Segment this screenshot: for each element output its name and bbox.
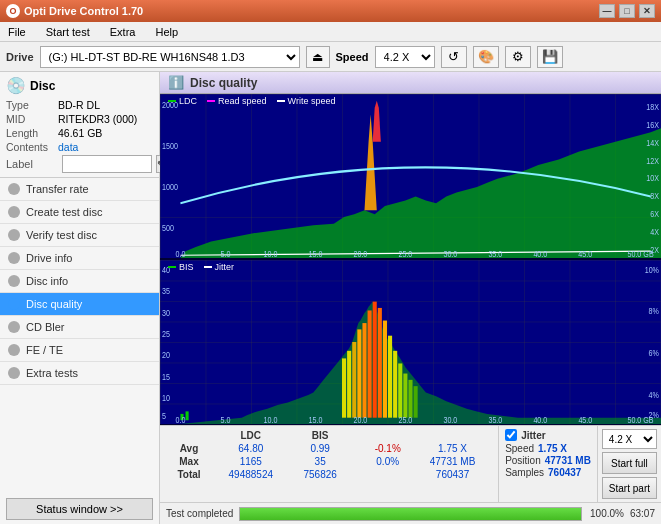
drive-select[interactable]: (G:) HL-DT-ST BD-RE WH16NS48 1.D3 <box>40 46 300 68</box>
jitter-checkbox[interactable] <box>505 429 517 441</box>
svg-rect-37 <box>362 323 366 418</box>
sidebar-label-disc-info: Disc info <box>26 275 68 287</box>
svg-rect-39 <box>373 302 377 418</box>
stats-table: LDC BIS Avg 64.80 0.99 <box>160 426 498 502</box>
svg-text:25: 25 <box>162 329 170 339</box>
svg-rect-38 <box>368 310 372 417</box>
svg-text:14X: 14X <box>646 137 659 148</box>
svg-text:45.0: 45.0 <box>578 415 592 424</box>
theme-button[interactable]: 🎨 <box>473 46 499 68</box>
eject-button[interactable]: ⏏ <box>306 46 330 68</box>
bottom-controls: LDC BIS Avg 64.80 0.99 <box>160 425 661 502</box>
stats-avg-ldc: 64.80 <box>212 442 290 455</box>
stats-avg-jitter: -0.1% <box>363 442 413 455</box>
status-text: Test completed <box>166 508 233 519</box>
charts-area: LDC Read speed Write speed <box>160 94 661 425</box>
svg-text:20.0: 20.0 <box>353 415 367 424</box>
svg-text:10.0: 10.0 <box>263 415 277 424</box>
menu-help[interactable]: Help <box>151 24 182 40</box>
chart1-container: LDC Read speed Write speed <box>160 94 661 260</box>
status-window-button[interactable]: Status window >> <box>6 498 153 520</box>
disc-icon: 💿 <box>6 76 26 95</box>
col-header-bis: BIS <box>290 429 351 442</box>
stats-avg-bis: 0.99 <box>290 442 351 455</box>
svg-text:50.0 GB: 50.0 GB <box>627 415 653 424</box>
svg-text:5.0: 5.0 <box>220 248 230 258</box>
type-value: BD-R DL <box>58 99 100 111</box>
svg-rect-40 <box>378 308 382 418</box>
svg-text:10: 10 <box>162 394 170 404</box>
stats-total-empty <box>351 468 363 481</box>
sidebar-label-verify-test-disc: Verify test disc <box>26 229 97 241</box>
chart2-svg: 10% 8% 6% 4% 2% 40 35 30 25 20 15 10 5 0… <box>160 260 661 424</box>
svg-text:20.0: 20.0 <box>353 248 367 258</box>
save-button[interactable]: 💾 <box>537 46 563 68</box>
refresh-button[interactable]: ↺ <box>441 46 467 68</box>
chart2-legend: BIS Jitter <box>168 262 234 272</box>
sidebar-item-disc-info[interactable]: Disc info <box>0 270 159 293</box>
app-icon: O <box>6 4 20 18</box>
svg-text:20: 20 <box>162 351 170 361</box>
svg-text:35.0: 35.0 <box>488 248 502 258</box>
svg-text:6X: 6X <box>650 208 659 219</box>
start-part-button[interactable]: Start part <box>602 477 657 499</box>
svg-rect-35 <box>352 342 356 418</box>
svg-text:4%: 4% <box>649 390 659 400</box>
menu-start-test[interactable]: Start test <box>42 24 94 40</box>
speed-select[interactable]: 4.2 X <box>375 46 435 68</box>
svg-text:16X: 16X <box>646 119 659 130</box>
legend-read-speed: Read speed <box>218 96 267 106</box>
cd-bler-icon <box>8 321 20 333</box>
stats-total-ldc: 49488524 <box>212 468 290 481</box>
svg-text:50.0 GB: 50.0 GB <box>627 248 654 258</box>
svg-rect-30 <box>186 411 189 420</box>
stats-total-bis: 756826 <box>290 468 351 481</box>
sidebar-item-create-test-disc[interactable]: Create test disc <box>0 201 159 224</box>
speed-dropdown[interactable]: 4.2 X <box>602 429 657 449</box>
sidebar-item-cd-bler[interactable]: CD Bler <box>0 316 159 339</box>
svg-text:6%: 6% <box>649 348 659 358</box>
svg-text:15.0: 15.0 <box>308 248 322 258</box>
app-title: Opti Drive Control 1.70 <box>24 5 143 17</box>
length-value: 46.61 GB <box>58 127 102 139</box>
speed-label: Speed <box>336 51 369 63</box>
label-input[interactable] <box>62 155 152 173</box>
chart1-legend: LDC Read speed Write speed <box>168 96 335 106</box>
disc-quality-icon <box>8 298 20 310</box>
settings-button[interactable]: ⚙ <box>505 46 531 68</box>
col-header-speed <box>413 429 492 442</box>
chart1-svg: 18X 16X 14X 12X 10X 8X 6X 4X 2X 2000 150… <box>160 94 661 258</box>
bottom-status-bar: Test completed 100.0% 63:07 <box>160 502 661 524</box>
svg-rect-41 <box>383 321 387 418</box>
sidebar-item-fe-te[interactable]: FE / TE <box>0 339 159 362</box>
sidebar-label-transfer-rate: Transfer rate <box>26 183 89 195</box>
stats-avg-label: Avg <box>166 442 212 455</box>
sidebar-item-drive-info[interactable]: Drive info <box>0 247 159 270</box>
menu-file[interactable]: File <box>4 24 30 40</box>
content-area: ℹ️ Disc quality LDC Read speed <box>160 72 661 524</box>
sidebar-item-extra-tests[interactable]: Extra tests <box>0 362 159 385</box>
contents-value: data <box>58 141 78 153</box>
minimize-button[interactable]: — <box>599 4 615 18</box>
close-button[interactable]: ✕ <box>639 4 655 18</box>
stats-max-ldc: 1165 <box>212 455 290 468</box>
sidebar-label-fe-te: FE / TE <box>26 344 63 356</box>
svg-text:25.0: 25.0 <box>398 415 412 424</box>
status-time: 63:07 <box>630 508 655 519</box>
verify-test-disc-icon <box>8 229 20 241</box>
position-value: 47731 MB <box>545 455 591 466</box>
svg-text:12X: 12X <box>646 155 659 166</box>
menu-extra[interactable]: Extra <box>106 24 140 40</box>
sidebar-label-cd-bler: CD Bler <box>26 321 65 333</box>
sidebar-item-verify-test-disc[interactable]: Verify test disc <box>0 224 159 247</box>
disc-info-icon <box>8 275 20 287</box>
svg-text:5: 5 <box>162 411 166 421</box>
disc-quality-header: ℹ️ Disc quality <box>160 72 661 94</box>
main-layout: 💿 Disc Type BD-R DL MID RITEKDR3 (000) L… <box>0 72 661 524</box>
maximize-button[interactable]: □ <box>619 4 635 18</box>
samples-value: 760437 <box>548 467 581 478</box>
start-full-button[interactable]: Start full <box>602 452 657 474</box>
sidebar-item-disc-quality[interactable]: Disc quality <box>0 293 159 316</box>
svg-text:1500: 1500 <box>162 140 178 151</box>
sidebar-item-transfer-rate[interactable]: Transfer rate <box>0 178 159 201</box>
